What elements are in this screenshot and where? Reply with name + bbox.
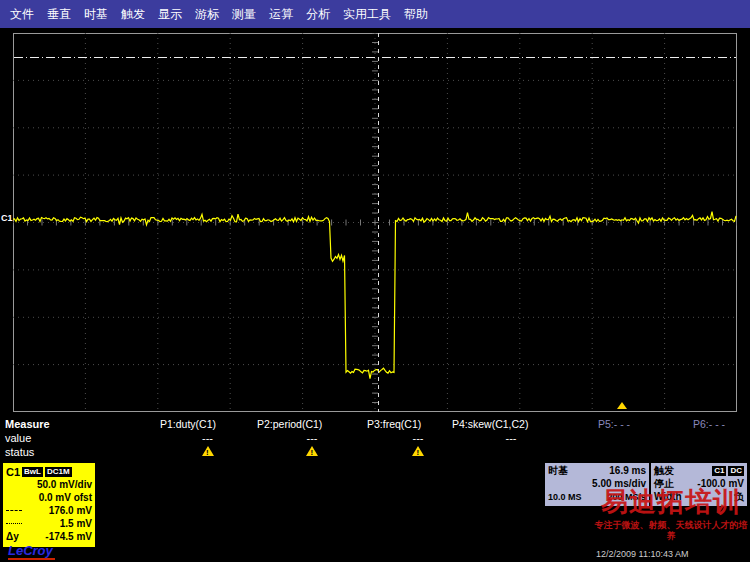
- cursor-ref-value: 1.5 mV: [60, 518, 92, 529]
- p2-label[interactable]: P2:period(C1): [257, 418, 367, 432]
- trigger-level: -100.0 mV: [697, 478, 744, 489]
- p4-value: ---: [452, 432, 570, 446]
- menu-utilities[interactable]: 实用工具: [343, 6, 391, 23]
- bandwidth-limit-badge: BwL: [22, 467, 43, 477]
- scope-display: C1: [0, 28, 750, 418]
- cursor-abs-value: 176.0 mV: [49, 505, 92, 516]
- channel-name: C1: [6, 466, 20, 478]
- menu-help[interactable]: 帮助: [404, 6, 428, 23]
- menu-cursors[interactable]: 游标: [195, 6, 219, 23]
- trigger-descriptor[interactable]: 触发 C1 DC 停止 -100.0 mV Width 负: [651, 463, 747, 506]
- trigger-source-badge: C1: [712, 466, 726, 476]
- channel-zero-marker[interactable]: C1: [1, 213, 13, 223]
- watermark-subtitle: 专注于微波、射频、天线设计人才的培养: [593, 520, 749, 542]
- timebase-delay: 16.9 ms: [609, 465, 646, 476]
- p6-value: [693, 432, 747, 446]
- timebase-title: 时基: [548, 464, 568, 478]
- p5-value: [598, 432, 660, 446]
- menu-trigger[interactable]: 触发: [121, 6, 145, 23]
- vertical-cursor-line[interactable]: [378, 33, 379, 412]
- lecroy-logo: LeCroy: [8, 543, 55, 560]
- p2-warning-icon: [306, 446, 318, 456]
- measure-title: Measure: [5, 418, 50, 430]
- horizontal-cursor-line[interactable]: [14, 57, 736, 58]
- menu-math[interactable]: 运算: [269, 6, 293, 23]
- channel-scale: 50.0 mV/div: [37, 479, 92, 490]
- channel-offset: 0.0 mV ofst: [39, 492, 92, 503]
- menu-analysis[interactable]: 分析: [306, 6, 330, 23]
- cursor-ref-line-icon: [6, 523, 22, 524]
- measure-panel: Measure value status P1:duty(C1) --- P2:…: [0, 418, 750, 464]
- delta-value: -174.5 mV: [45, 531, 92, 542]
- p4-label[interactable]: P4:skew(C1,C2): [452, 418, 570, 432]
- datetime-display: 12/2/2009 11:10:43 AM: [596, 549, 688, 559]
- measure-col-p2: P2:period(C1) ---: [257, 418, 367, 460]
- timebase-descriptor[interactable]: 时基 16.9 ms 5.00 ms/div 10.0 MS 200 MS/s: [545, 463, 649, 506]
- p1-label[interactable]: P1:duty(C1): [160, 418, 255, 432]
- measure-col-p4: P4:skew(C1,C2) ---: [452, 418, 570, 460]
- trigger-position-marker-icon[interactable]: [617, 402, 627, 409]
- oscilloscope-screen: 文件 垂直 时基 触发 显示 游标 测量 运算 分析 实用工具 帮助 C1 Me…: [0, 0, 750, 562]
- channel-c1-descriptor[interactable]: C1 BwL DC1M 50.0 mV/div 0.0 mV ofst 176.…: [3, 463, 95, 547]
- p1-value: ---: [160, 432, 255, 446]
- cursor-abs-line-icon: [6, 510, 22, 511]
- coupling-badge: DC1M: [45, 467, 72, 477]
- measure-col-p1: P1:duty(C1) ---: [160, 418, 255, 460]
- menu-file[interactable]: 文件: [10, 6, 34, 23]
- timebase-samples: 10.0 MS: [548, 492, 582, 502]
- p1-warning-icon: [202, 446, 214, 456]
- timebase-scale: 5.00 ms/div: [592, 478, 646, 489]
- menu-timebase[interactable]: 时基: [84, 6, 108, 23]
- waveform-graticule: [13, 33, 737, 412]
- measure-value-label: value: [5, 432, 31, 444]
- trigger-polarity: 负: [734, 490, 744, 504]
- p3-warning-icon: [412, 446, 424, 456]
- menu-bar: 文件 垂直 时基 触发 显示 游标 测量 运算 分析 实用工具 帮助: [0, 0, 750, 28]
- menu-measure[interactable]: 测量: [232, 6, 256, 23]
- trigger-type: Width: [654, 491, 682, 502]
- menu-display[interactable]: 显示: [158, 6, 182, 23]
- measure-status-label: status: [5, 446, 34, 458]
- measure-col-p6: P6:- - -: [693, 418, 747, 460]
- timebase-rate: 200 MS/s: [607, 492, 646, 502]
- menu-vertical[interactable]: 垂直: [47, 6, 71, 23]
- p6-label[interactable]: P6:- - -: [693, 418, 747, 432]
- p5-label[interactable]: P5:- - -: [598, 418, 660, 432]
- p2-value: ---: [257, 432, 367, 446]
- trigger-mode: 停止: [654, 477, 674, 491]
- delta-label: Δy: [6, 531, 19, 542]
- trigger-title: 触发: [654, 464, 674, 478]
- measure-col-p5: P5:- - -: [598, 418, 660, 460]
- trigger-coupling-badge: DC: [728, 466, 744, 476]
